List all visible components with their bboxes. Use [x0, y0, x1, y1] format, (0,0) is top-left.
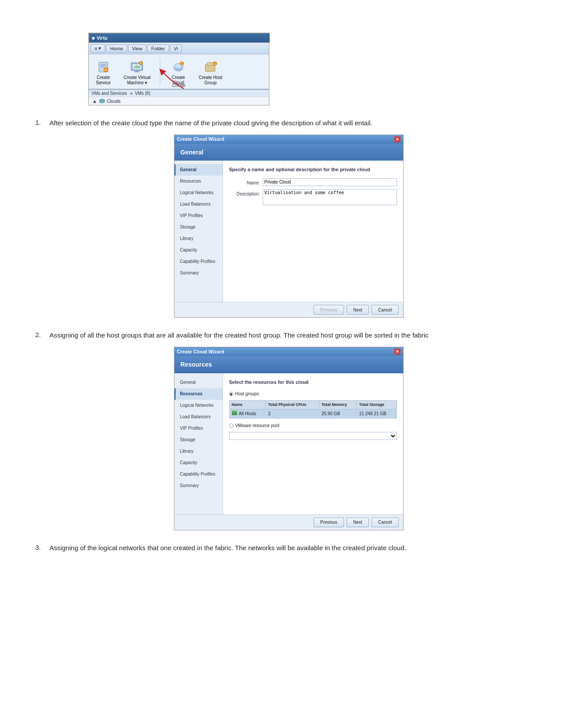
create-virtual-machine-button[interactable]: + Create Virtual Machine ▾ — [121, 59, 153, 87]
wizard-nav-resources[interactable]: Resources — [174, 176, 223, 187]
create-host-group-label: Create Host Group — [199, 75, 222, 86]
wizard-resources-next-button[interactable]: Next — [347, 518, 369, 527]
table-row[interactable]: All Hosts 2 25.90 GB 11 249.21 GB — [229, 409, 397, 418]
wizard-general-close-button[interactable]: ✕ — [394, 136, 401, 143]
svg-text:+: + — [181, 63, 183, 65]
wizard-resources-title-text: Create Cloud Wizard — [177, 348, 224, 356]
wizard-res-nav-logical-networks[interactable]: Logical Networks — [174, 400, 223, 411]
description-row: Description: Virtualisation and some cof… — [229, 189, 397, 205]
wizard-general-header: General — [174, 144, 403, 161]
wizard-res-nav-vip-profiles[interactable]: VIP Profiles — [174, 423, 223, 434]
title-bar-text: Virtu — [97, 35, 108, 41]
step-2-text: After selection of the create cloud type… — [49, 118, 528, 128]
wizard-res-nav-general[interactable]: General — [174, 377, 223, 388]
folder-menu-btn[interactable]: Folder — [147, 45, 169, 53]
host-groups-table: Name Total Physical CPUs Total Memory To… — [229, 400, 397, 418]
wizard-resources-previous-button[interactable]: Previous — [314, 518, 344, 527]
description-input[interactable]: Virtualisation and some coffee — [263, 189, 397, 205]
svg-text:+: + — [214, 63, 216, 65]
folder-label: Folder — [151, 46, 165, 51]
wizard-general-header-text: General — [181, 149, 204, 156]
create-cloud-button[interactable]: + Create Cloud — [167, 59, 189, 87]
home-label: Home — [110, 46, 123, 51]
col-storage-header: Total Storage — [357, 401, 397, 409]
create-service-button[interactable]: + Create Service — [92, 59, 114, 87]
wizard-nav-library[interactable]: Library — [174, 233, 223, 244]
wizard-general-dialog: Create Cloud Wizard ✕ General General Re… — [174, 135, 404, 318]
wizard-resources-nav: General Resources Logical Networks Load … — [174, 373, 223, 514]
step-3: Assigning of all the host groups that ar… — [35, 330, 528, 530]
wizard-general-title-text: Create Cloud Wizard — [177, 135, 224, 143]
step-3-content: Assigning of all the host groups that ar… — [49, 330, 528, 530]
create-host-group-button[interactable]: + Create Host Group — [196, 59, 224, 87]
step-2: After selection of the create cloud type… — [35, 118, 528, 318]
view-menu-btn[interactable]: View — [128, 45, 147, 53]
wizard-resources-dialog: Create Cloud Wizard ✕ Resources General … — [174, 347, 404, 530]
wizard-res-nav-capability-profiles[interactable]: Capability Profiles — [174, 469, 223, 480]
wizard-resources-content: Select the resources for this cloud Host… — [223, 373, 403, 514]
svg-text:+: + — [140, 62, 142, 65]
wizard-resources-footer: Previous Next Cancel — [174, 514, 403, 530]
wizard-nav-logical-networks[interactable]: Logical Networks — [174, 187, 223, 199]
wizard-resources-body: General Resources Logical Networks Load … — [174, 373, 403, 514]
wizard-resources-cancel-button[interactable]: Cancel — [371, 518, 398, 527]
wizard-general-title-bar: Create Cloud Wizard ✕ — [174, 135, 403, 144]
desc-label: Description: — [229, 189, 260, 198]
create-cloud-icon: + — [171, 60, 185, 74]
wizard-general-nav: General Resources Logical Networks Load … — [174, 161, 223, 302]
name-row: Name: — [229, 178, 397, 187]
wizard-nav-load-balancers[interactable]: Load Balancers — [174, 199, 223, 210]
wizard-nav-general[interactable]: General — [174, 164, 223, 176]
wizard-resources-header: Resources — [174, 356, 403, 373]
ribbon: + Create Service + — [89, 54, 269, 90]
row-storage-cell: 11 249.21 GB — [357, 409, 397, 418]
wizard-general-body: General Resources Logical Networks Load … — [174, 161, 403, 302]
wizard-nav-storage[interactable]: Storage — [174, 221, 223, 233]
wizard-general-cancel-button[interactable]: Cancel — [371, 305, 398, 315]
wizard-resources-header-text: Resources — [181, 361, 212, 368]
create-service-label: Create Service — [96, 75, 110, 86]
wizard-general-content-heading: Specify a name and optional description … — [229, 166, 397, 174]
wizard-nav-vip-profiles[interactable]: VIP Profiles — [174, 210, 223, 221]
vmware-radio-label: VMware resource pool — [235, 422, 280, 429]
wizard-general-next-button[interactable]: Next — [347, 305, 369, 315]
wizard-res-nav-load-balancers[interactable]: Load Balancers — [174, 411, 223, 423]
tree-expand-icon: ▲ — [92, 98, 97, 104]
wizard-resources-close-button[interactable]: ✕ — [394, 349, 401, 355]
wizard-nav-capability-profiles[interactable]: Capability Profiles — [174, 256, 223, 267]
wizard-res-nav-summary[interactable]: Summary — [174, 480, 223, 492]
row-name-cell: All Hosts — [229, 409, 266, 418]
col-cpus-header: Total Physical CPUs — [266, 401, 319, 409]
vmware-radio[interactable] — [229, 424, 234, 428]
row-cpus-cell: 2 — [266, 409, 319, 418]
wizard-res-nav-resources[interactable]: Resources — [174, 388, 223, 400]
vmware-select[interactable] — [229, 432, 397, 440]
vmware-radio-group: VMware resource pool — [229, 422, 397, 429]
menu-icon-btn[interactable]: ≡▾ — [91, 44, 105, 53]
more-menu-btn[interactable]: Vi — [170, 45, 182, 53]
home-menu-btn[interactable]: Home — [106, 45, 127, 53]
toolbar-screenshot: ■ Virtu ≡▾ Home View Folder Vi — [88, 33, 269, 105]
wizard-resources-screenshot: Create Cloud Wizard ✕ Resources General … — [174, 347, 404, 530]
host-groups-radio[interactable] — [229, 392, 234, 396]
name-input[interactable] — [263, 178, 397, 186]
more-label: Vi — [174, 46, 178, 51]
clouds-label: Clouds — [107, 99, 121, 104]
nav-status-bar: VMs and Services ◄ VMs (8) — [89, 90, 269, 97]
create-vm-icon: + — [130, 60, 144, 74]
wizard-res-nav-storage[interactable]: Storage — [174, 434, 223, 446]
host-icon — [232, 411, 237, 415]
nav-collapse-icon: ◄ — [129, 91, 133, 96]
wizard-general-previous-button[interactable]: Previous — [314, 305, 344, 315]
wizard-resources-title-bar: Create Cloud Wizard ✕ — [174, 347, 403, 356]
svg-rect-9 — [134, 71, 140, 72]
wizard-general-footer: Previous Next Cancel — [174, 302, 403, 317]
wizard-res-nav-library[interactable]: Library — [174, 446, 223, 457]
view-label: View — [132, 46, 143, 51]
wizard-res-nav-capacity[interactable]: Capacity — [174, 457, 223, 469]
wizard-nav-summary[interactable]: Summary — [174, 267, 223, 279]
step-4: Assigning of the logical networks that o… — [35, 543, 528, 553]
wizard-nav-capacity[interactable]: Capacity — [174, 244, 223, 256]
step-3-text: Assigning of all the host groups that ar… — [49, 330, 528, 341]
create-vm-label: Create Virtual Machine ▾ — [124, 75, 151, 86]
